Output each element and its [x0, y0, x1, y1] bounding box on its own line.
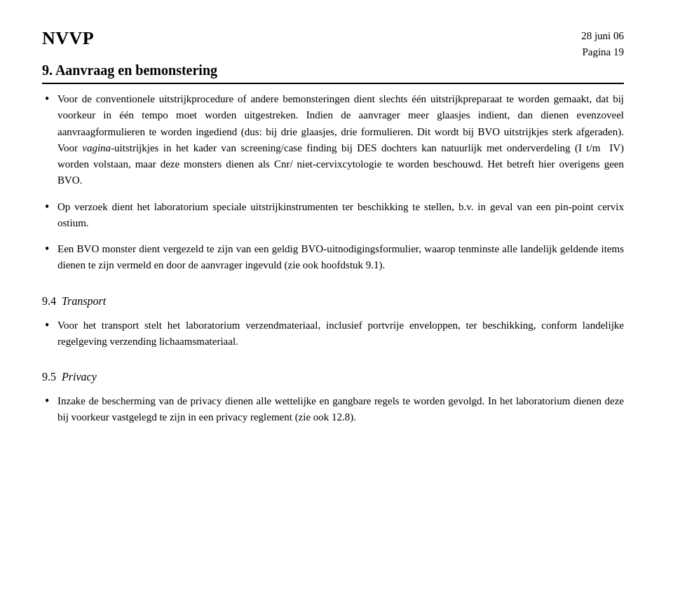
chapter-heading: 9. Aanvraag en bemonstering — [42, 62, 624, 84]
bullet-icon: • — [42, 392, 57, 411]
section-9-5-number: 9.5 — [42, 371, 56, 383]
list-item: • Inzake de bescherming van de privacy d… — [42, 393, 624, 426]
bullet-text-3: Een BVO monster dient vergezeld te zijn … — [57, 241, 624, 274]
section-9-4-content: • Voor het transport stelt het laborator… — [42, 317, 624, 350]
bullet-text-1: Voor de conventionele uitstrijkprocedure… — [57, 91, 624, 189]
date: 28 juni 06 — [581, 28, 624, 44]
transport-bullet-text: Voor het transport stelt het laboratoriu… — [57, 317, 624, 350]
list-item: • Voor het transport stelt het laborator… — [42, 317, 624, 350]
header-right: 28 juni 06 Pagina 19 — [581, 28, 624, 60]
org-title: NVVP — [42, 28, 94, 49]
intro-bullet-list: • Voor de conventionele uitstrijkprocedu… — [42, 91, 624, 274]
chapter-title: Aanvraag en bemonstering — [55, 62, 217, 78]
page: NVVP 28 juni 06 Pagina 19 9. Aanvraag en… — [0, 0, 673, 468]
list-item: • Voor de conventionele uitstrijkprocedu… — [42, 91, 624, 189]
section-9-4-number: 9.4 — [42, 295, 56, 308]
section-9-5-heading: 9.5 Privacy — [42, 371, 624, 383]
section-9-4-title: Transport — [62, 295, 106, 308]
chapter-number: 9. — [42, 62, 53, 78]
privacy-bullet-text: Inzake de bescherming van de privacy die… — [57, 393, 624, 426]
section-9-5-bullet-list: • Inzake de bescherming van de privacy d… — [42, 393, 624, 426]
page-number: Pagina 19 — [581, 44, 624, 60]
bullet-icon: • — [42, 198, 57, 217]
section-9-5-content: • Inzake de bescherming van de privacy d… — [42, 393, 624, 426]
list-item: • Op verzoek dient het laboratorium spec… — [42, 199, 624, 232]
bullet-icon: • — [42, 316, 57, 336]
bullet-text-2: Op verzoek dient het laboratorium specia… — [57, 199, 624, 232]
bullet-icon: • — [42, 90, 57, 109]
section-9-4-bullet-list: • Voor het transport stelt het laborator… — [42, 317, 624, 350]
list-item: • Een BVO monster dient vergezeld te zij… — [42, 241, 624, 274]
intro-section: • Voor de conventionele uitstrijkprocedu… — [42, 91, 624, 274]
italic-vagina: vagina — [82, 142, 111, 153]
header: NVVP 28 juni 06 Pagina 19 — [42, 28, 624, 60]
section-9-5-title: Privacy — [62, 371, 97, 383]
bullet-icon: • — [42, 240, 57, 259]
section-9-4-heading: 9.4 Transport — [42, 295, 624, 308]
